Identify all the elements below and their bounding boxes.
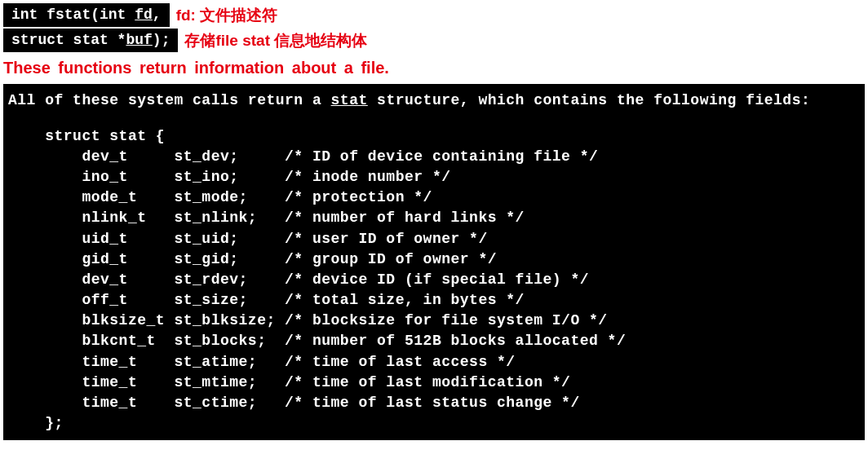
signature-code-2: struct stat *buf); [3, 29, 178, 52]
terminal-intro-post: structure, which contains the following … [368, 92, 810, 108]
struct-close: }; [8, 415, 64, 431]
struct-open: struct stat { [8, 128, 165, 144]
signature-pre-2: struct stat * [11, 32, 126, 48]
signature-pre-1: int fstat(int [11, 7, 135, 23]
signature-annotation-2: 存储file stat 信息地结构体 [184, 30, 367, 51]
signature-row-1: int fstat(int fd, fd: 文件描述符 [3, 3, 865, 27]
terminal-intro-underlined: stat [331, 92, 368, 108]
signature-row-2: struct stat *buf); 存储file stat 信息地结构体 [3, 29, 865, 52]
signature-annotation-1: fd: 文件描述符 [176, 5, 278, 26]
signature-code-1: int fstat(int fd, [3, 3, 170, 27]
struct-block: struct stat { dev_t st_dev; /* ID of dev… [8, 126, 860, 434]
struct-fields: dev_t st_dev; /* ID of device containing… [8, 148, 626, 411]
signature-post-2: ); [153, 32, 170, 48]
description-text: These functions return information about… [3, 59, 865, 77]
signature-underlined-2: buf [126, 32, 152, 48]
terminal-block: All of these system calls return a stat … [3, 84, 865, 440]
signature-underlined-1: fd [135, 7, 153, 23]
signature-post-1: , [153, 7, 162, 23]
terminal-intro-pre: All of these system calls return a [8, 92, 331, 108]
